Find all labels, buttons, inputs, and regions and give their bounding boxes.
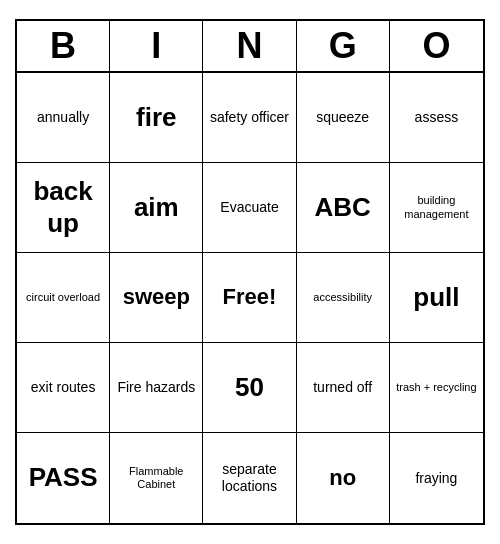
bingo-cell: fire <box>110 73 203 163</box>
bingo-cell: accessibility <box>297 253 390 343</box>
bingo-cell: back up <box>17 163 110 253</box>
bingo-cell: PASS <box>17 433 110 523</box>
bingo-cell: squeeze <box>297 73 390 163</box>
bingo-cell: assess <box>390 73 483 163</box>
bingo-grid: annuallyfiresafety officersqueezeassessb… <box>17 73 483 523</box>
bingo-cell: pull <box>390 253 483 343</box>
bingo-cell: ABC <box>297 163 390 253</box>
bingo-cell: Free! <box>203 253 296 343</box>
bingo-cell: Fire hazards <box>110 343 203 433</box>
bingo-cell: Evacuate <box>203 163 296 253</box>
bingo-cell: Flammable Cabinet <box>110 433 203 523</box>
bingo-cell: aim <box>110 163 203 253</box>
bingo-cell: sweep <box>110 253 203 343</box>
bingo-header: BINGO <box>17 21 483 73</box>
bingo-cell: 50 <box>203 343 296 433</box>
header-letter: O <box>390 21 483 71</box>
bingo-cell: circuit overload <box>17 253 110 343</box>
bingo-cell: no <box>297 433 390 523</box>
bingo-cell: building management <box>390 163 483 253</box>
bingo-card: BINGO annuallyfiresafety officersqueezea… <box>15 19 485 525</box>
header-letter: N <box>203 21 296 71</box>
header-letter: B <box>17 21 110 71</box>
bingo-cell: fraying <box>390 433 483 523</box>
bingo-cell: separate locations <box>203 433 296 523</box>
bingo-cell: safety officer <box>203 73 296 163</box>
bingo-cell: annually <box>17 73 110 163</box>
bingo-cell: trash + recycling <box>390 343 483 433</box>
header-letter: I <box>110 21 203 71</box>
bingo-cell: exit routes <box>17 343 110 433</box>
header-letter: G <box>297 21 390 71</box>
bingo-cell: turned off <box>297 343 390 433</box>
